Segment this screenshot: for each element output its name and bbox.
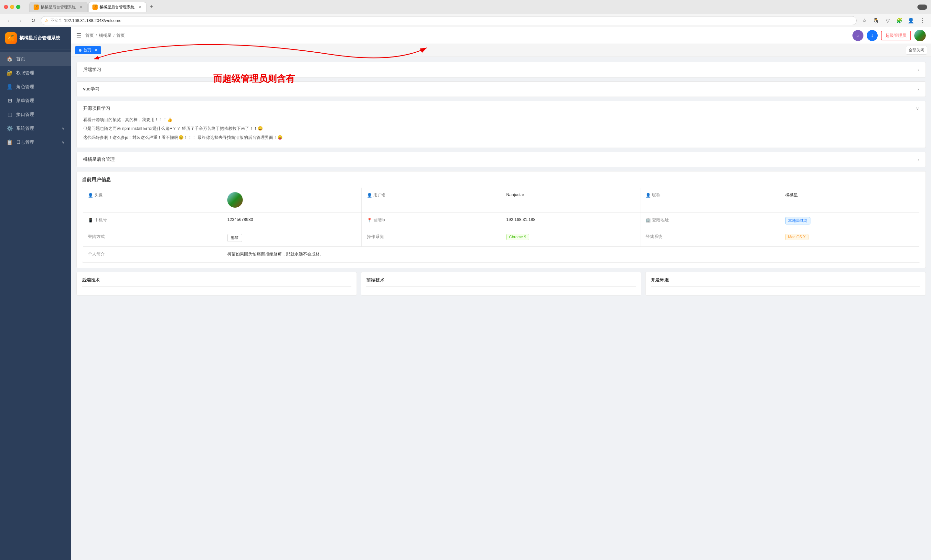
accordion-opensource-header[interactable]: 开源项目学习 ∨ (77, 101, 925, 116)
home-icon: 🏠 (6, 56, 13, 62)
os-tag: Chrome 9 (506, 234, 529, 240)
accordion-opensource-arrow: ∨ (916, 106, 919, 111)
login-addr-tag: 本地局域网 (785, 217, 811, 225)
login-system-label-cell: 登陆系统 (641, 229, 780, 246)
accordion-opensource-body: 看看开源项目的预览，真的棒，我要用！！！👍 但是问题也随之而来 npm inst… (77, 116, 925, 148)
page-body: 后端学习 › vue学习 › 开源项目学习 ∨ (71, 57, 931, 560)
opensource-text-1: 看看开源项目的预览，真的棒，我要用！！！👍 (83, 116, 919, 123)
login-ip-label-cell: 📍 登陆ip (362, 212, 501, 229)
address-bar: ‹ › ↻ ⚠ 不安全 192.168.31.188:2048/welcome … (0, 14, 931, 27)
accordion-nanjustar-title: 橘橘星后台管理 (83, 157, 115, 162)
tab-close-1[interactable]: ✕ (78, 5, 83, 10)
bookmark-icon[interactable]: ☆ (860, 16, 869, 25)
avatar[interactable] (914, 30, 926, 42)
accordion-backend-header[interactable]: 后端学习 › (77, 62, 925, 77)
new-tab-button[interactable]: + (147, 3, 156, 12)
notification-button[interactable]: ↓ (867, 30, 878, 41)
sidebar-item-system[interactable]: ⚙️ 系统管理 ∨ (0, 122, 71, 135)
accordion-backend-title: 后端学习 (83, 67, 101, 73)
user-info-section: 当前用户信息 👤 头像 (76, 171, 926, 268)
user-info-row-2: 📱 手机号 12345678980 📍 登陆ip (83, 212, 919, 229)
refresh-button[interactable]: ↻ (28, 16, 37, 25)
back-button[interactable]: ‹ (4, 16, 13, 25)
log-arrow-icon: ∨ (62, 140, 65, 145)
login-method-tag: 邮箱 (227, 234, 242, 242)
sidebar-item-menu[interactable]: ⊞ 菜单管理 (0, 94, 71, 108)
login-system-value-cell: Mac OS X (780, 229, 919, 246)
browser-tab-1[interactable]: 🍊 橘橘星后台管理系统 ✕ (29, 2, 88, 12)
breadcrumb-middle: 橘橘星 (99, 32, 111, 38)
sidebar-system-label: 系统管理 (16, 126, 59, 131)
bottom-cards-row: 后端技术 前端技术 开发环境 (76, 272, 926, 295)
log-icon: 📋 (6, 139, 13, 145)
phone-icon: 📱 (88, 218, 93, 223)
sidebar-permission-label: 权限管理 (16, 70, 65, 76)
user-info-row-1: 👤 头像 👤 用户名 (83, 188, 919, 212)
accordion-opensource: 开源项目学习 ∨ 看看开源项目的预览，真的棒，我要用！！！👍 但是问题也随之而来… (76, 101, 926, 148)
system-icon: ⚙️ (6, 125, 13, 131)
search-header-button[interactable]: ⌕ (852, 30, 863, 41)
sidebar-logo: 🍊 橘橘星后台管理系统 (0, 27, 71, 49)
accordion-vue: vue学习 › (76, 82, 926, 97)
nickname-label-cell: 👤 昵称 (641, 188, 780, 212)
system-arrow-icon: ∨ (62, 126, 65, 131)
phone-value: 12345678980 (227, 217, 253, 222)
address-input[interactable]: ⚠ 不安全 192.168.31.188:2048/welcome (41, 16, 857, 25)
login-addr-value-cell: 本地局域网 (780, 212, 919, 229)
extension-icon-1[interactable]: 🐧 (872, 16, 880, 25)
username-label-cell: 👤 用户名 (362, 188, 501, 212)
accordion-vue-header[interactable]: vue学习 › (77, 82, 925, 97)
sidebar-item-permission[interactable]: 🔐 权限管理 (0, 66, 71, 80)
traffic-lights (4, 5, 20, 9)
window-control (917, 5, 927, 10)
username-value: Nanjustar (506, 192, 524, 197)
accordion-nanjustar-header[interactable]: 橘橘星后台管理 › (77, 152, 925, 167)
close-all-button[interactable]: 全部关闭 (906, 46, 927, 55)
bio-value-cell: 树苗如果因为怕痛而拒绝修剪，那就永远不会成材。 (222, 247, 361, 262)
user-info-title: 当前用户信息 (82, 177, 920, 183)
user-avatar (227, 192, 243, 208)
sidebar-item-home[interactable]: 🏠 首页 (0, 52, 71, 66)
opensource-text-2: 但是问题也随之而来 npm install Error是什么鬼••？？ 经历了千… (83, 125, 919, 132)
avatar-image (914, 30, 926, 42)
avatar-value-cell (222, 188, 361, 212)
sidebar-item-log[interactable]: 📋 日志管理 ∨ (0, 135, 71, 149)
menu-icon[interactable]: ⋮ (918, 16, 927, 25)
profile-icon[interactable]: 👤 (906, 16, 916, 25)
bio-label-cell: 个人简介 (83, 247, 222, 262)
sidebar-home-label: 首页 (16, 56, 65, 62)
hamburger-button[interactable]: ☰ (76, 32, 82, 39)
accordion-nanjustar-arrow: › (917, 157, 919, 162)
breadcrumb: 首页 / 橘橘星 / 首页 (85, 32, 849, 38)
dev-env-title: 开发环境 (651, 277, 920, 287)
backend-tech-card: 后端技术 (76, 272, 357, 295)
login-addr-label-cell: 🏢 登陆地址 (641, 212, 780, 229)
forward-button[interactable]: › (16, 16, 25, 25)
browser-tab-2[interactable]: 🍊 橘橘星后台管理系统 ✕ (88, 2, 147, 12)
fullscreen-window-button[interactable] (16, 5, 20, 9)
login-method-label-cell: 登陆方式 (83, 229, 222, 246)
url-text: 192.168.31.188:2048/welcome (64, 18, 852, 23)
page-tab-close-icon[interactable]: ✕ (94, 48, 97, 52)
sidebar-item-api[interactable]: ◱ 接口管理 (0, 108, 71, 122)
login-method-value-cell: 邮箱 (222, 229, 361, 246)
sidebar-menu-label: 菜单管理 (16, 98, 65, 104)
phone-label-cell: 📱 手机号 (83, 212, 222, 229)
sidebar-item-role[interactable]: 👤 角色管理 (0, 80, 71, 94)
extension-icon-2[interactable]: ▽ (883, 16, 892, 25)
os-value-cell: Chrome 9 (501, 229, 641, 246)
minimize-window-button[interactable] (10, 5, 14, 9)
frontend-tech-title: 前端技术 (366, 277, 636, 287)
extension-icon-3[interactable]: 🧩 (895, 16, 904, 25)
accordion-backend: 后端学习 › (76, 62, 926, 77)
page-tab-home[interactable]: 首页 ✕ (75, 46, 101, 54)
tab-dot (79, 49, 82, 52)
tab-close-2[interactable]: ✕ (137, 5, 142, 10)
accordion-vue-title: vue学习 (83, 86, 100, 92)
breadcrumb-sep-2: / (113, 33, 115, 38)
admin-role-button[interactable]: 超级管理员 (881, 31, 911, 40)
close-window-button[interactable] (4, 5, 8, 9)
tab-title-1: 橘橘星后台管理系统 (41, 5, 76, 10)
opensource-text-3: 这代码好多啊！这么多js！封装这么严重！看不懂啊😌！！！ 最终你选择去寻找简洁版… (83, 134, 919, 141)
tab-favicon-2: 🍊 (93, 5, 97, 10)
